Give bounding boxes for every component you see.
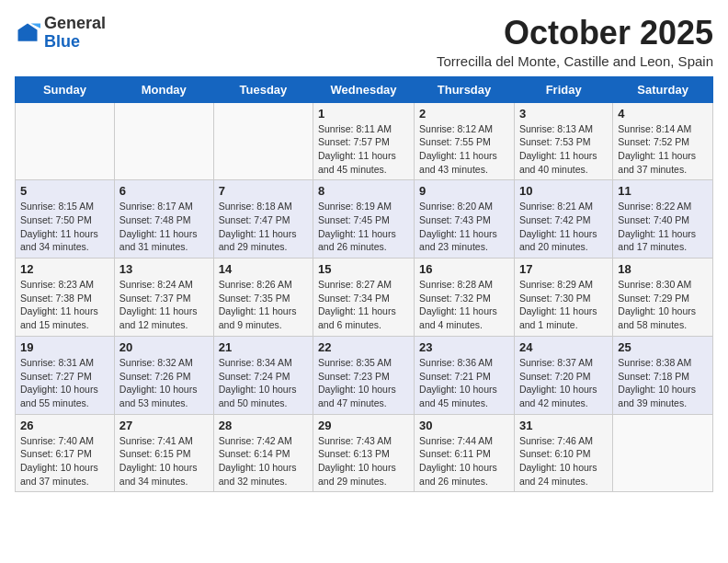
day-number: 1: [318, 107, 409, 121]
weekday-header-friday: Friday: [514, 76, 612, 102]
day-number: 2: [419, 107, 509, 121]
day-number: 9: [419, 184, 509, 198]
calendar-cell: 18Sunrise: 8:30 AM Sunset: 7:29 PM Dayli…: [613, 259, 713, 337]
calendar-cell: [613, 414, 713, 492]
day-number: 25: [618, 340, 708, 354]
day-number: 21: [219, 340, 308, 354]
day-number: 27: [119, 419, 209, 432]
calendar-cell: 31Sunrise: 7:46 AM Sunset: 6:10 PM Dayli…: [514, 414, 612, 492]
day-info: Sunrise: 7:43 AM Sunset: 6:13 PM Dayligh…: [318, 434, 409, 488]
day-number: 18: [618, 262, 708, 276]
calendar-cell: 26Sunrise: 7:40 AM Sunset: 6:17 PM Dayli…: [16, 414, 115, 492]
calendar-cell: 10Sunrise: 8:21 AM Sunset: 7:42 PM Dayli…: [514, 180, 612, 259]
week-row-3: 12Sunrise: 8:23 AM Sunset: 7:38 PM Dayli…: [16, 259, 713, 337]
calendar-cell: 17Sunrise: 8:29 AM Sunset: 7:30 PM Dayli…: [514, 259, 612, 337]
day-info: Sunrise: 7:40 AM Sunset: 6:17 PM Dayligh…: [20, 434, 109, 488]
day-info: Sunrise: 7:46 AM Sunset: 6:10 PM Dayligh…: [519, 434, 608, 488]
day-info: Sunrise: 8:36 AM Sunset: 7:21 PM Dayligh…: [419, 356, 509, 410]
calendar-cell: 1Sunrise: 8:11 AM Sunset: 7:57 PM Daylig…: [313, 102, 415, 180]
day-info: Sunrise: 8:21 AM Sunset: 7:42 PM Dayligh…: [519, 200, 608, 254]
calendar-cell: 16Sunrise: 8:28 AM Sunset: 7:32 PM Dayli…: [415, 259, 515, 337]
calendar-cell: 29Sunrise: 7:43 AM Sunset: 6:13 PM Dayli…: [313, 414, 415, 492]
day-info: Sunrise: 8:14 AM Sunset: 7:52 PM Dayligh…: [618, 122, 708, 177]
day-number: 26: [20, 419, 109, 432]
calendar-cell: 9Sunrise: 8:20 AM Sunset: 7:43 PM Daylig…: [415, 180, 515, 259]
title-block: October 2025 Torrecilla del Monte, Casti…: [437, 15, 713, 69]
day-info: Sunrise: 8:11 AM Sunset: 7:57 PM Dayligh…: [318, 122, 409, 177]
day-number: 7: [219, 184, 308, 198]
calendar-cell: 14Sunrise: 8:26 AM Sunset: 7:35 PM Dayli…: [213, 259, 313, 337]
day-number: 8: [318, 184, 409, 198]
logo: General Blue: [15, 15, 106, 52]
calendar-cell: 23Sunrise: 8:36 AM Sunset: 7:21 PM Dayli…: [415, 336, 515, 414]
day-info: Sunrise: 7:41 AM Sunset: 6:15 PM Dayligh…: [119, 434, 209, 488]
day-info: Sunrise: 8:28 AM Sunset: 7:32 PM Dayligh…: [419, 278, 509, 332]
day-info: Sunrise: 8:12 AM Sunset: 7:55 PM Dayligh…: [419, 122, 509, 177]
day-number: 11: [618, 184, 708, 198]
day-number: 12: [20, 262, 109, 276]
calendar-cell: 20Sunrise: 8:32 AM Sunset: 7:26 PM Dayli…: [114, 336, 213, 414]
day-info: Sunrise: 8:15 AM Sunset: 7:50 PM Dayligh…: [20, 200, 109, 254]
day-info: Sunrise: 7:44 AM Sunset: 6:11 PM Dayligh…: [419, 434, 509, 488]
day-info: Sunrise: 8:23 AM Sunset: 7:38 PM Dayligh…: [20, 278, 109, 332]
page-header: General Blue October 2025 Torrecilla del…: [15, 15, 713, 69]
day-number: 22: [318, 340, 409, 354]
calendar-cell: 28Sunrise: 7:42 AM Sunset: 6:14 PM Dayli…: [213, 414, 313, 492]
day-info: Sunrise: 8:19 AM Sunset: 7:45 PM Dayligh…: [318, 200, 409, 254]
day-number: 3: [519, 107, 608, 121]
weekday-header-sunday: Sunday: [16, 76, 115, 102]
day-number: 23: [419, 340, 509, 354]
week-row-5: 26Sunrise: 7:40 AM Sunset: 6:17 PM Dayli…: [16, 414, 713, 492]
logo-blue-text: Blue: [44, 32, 80, 51]
week-row-2: 5Sunrise: 8:15 AM Sunset: 7:50 PM Daylig…: [16, 180, 713, 259]
calendar-cell: 5Sunrise: 8:15 AM Sunset: 7:50 PM Daylig…: [16, 180, 115, 259]
day-info: Sunrise: 8:22 AM Sunset: 7:40 PM Dayligh…: [618, 200, 708, 254]
location-subtitle: Torrecilla del Monte, Castille and Leon,…: [437, 53, 713, 69]
day-info: Sunrise: 8:13 AM Sunset: 7:53 PM Dayligh…: [519, 122, 608, 177]
day-number: 15: [318, 262, 409, 276]
week-row-1: 1Sunrise: 8:11 AM Sunset: 7:57 PM Daylig…: [16, 102, 713, 180]
day-info: Sunrise: 8:37 AM Sunset: 7:20 PM Dayligh…: [519, 356, 608, 410]
day-info: Sunrise: 8:26 AM Sunset: 7:35 PM Dayligh…: [219, 278, 308, 332]
day-number: 29: [318, 419, 409, 432]
day-info: Sunrise: 7:42 AM Sunset: 6:14 PM Dayligh…: [219, 434, 308, 488]
weekday-header-thursday: Thursday: [415, 76, 515, 102]
day-info: Sunrise: 8:20 AM Sunset: 7:43 PM Dayligh…: [419, 200, 509, 254]
day-number: 10: [519, 184, 608, 198]
day-number: 5: [20, 184, 109, 198]
calendar-cell: 25Sunrise: 8:38 AM Sunset: 7:18 PM Dayli…: [613, 336, 713, 414]
calendar-cell: 22Sunrise: 8:35 AM Sunset: 7:23 PM Dayli…: [313, 336, 415, 414]
day-number: 28: [219, 419, 308, 432]
calendar-cell: [114, 102, 213, 180]
calendar-cell: 4Sunrise: 8:14 AM Sunset: 7:52 PM Daylig…: [613, 102, 713, 180]
day-number: 4: [618, 107, 708, 121]
day-number: 14: [219, 262, 308, 276]
calendar-cell: 3Sunrise: 8:13 AM Sunset: 7:53 PM Daylig…: [514, 102, 612, 180]
day-number: 6: [119, 184, 209, 198]
weekday-header-monday: Monday: [114, 76, 213, 102]
day-info: Sunrise: 8:34 AM Sunset: 7:24 PM Dayligh…: [219, 356, 308, 410]
day-number: 16: [419, 262, 509, 276]
calendar-cell: 15Sunrise: 8:27 AM Sunset: 7:34 PM Dayli…: [313, 259, 415, 337]
day-info: Sunrise: 8:24 AM Sunset: 7:37 PM Dayligh…: [119, 278, 209, 332]
calendar-cell: 12Sunrise: 8:23 AM Sunset: 7:38 PM Dayli…: [16, 259, 115, 337]
day-number: 24: [519, 340, 608, 354]
calendar-cell: 7Sunrise: 8:18 AM Sunset: 7:47 PM Daylig…: [213, 180, 313, 259]
calendar-cell: 19Sunrise: 8:31 AM Sunset: 7:27 PM Dayli…: [16, 336, 115, 414]
day-number: 13: [119, 262, 209, 276]
logo-general-text: General: [44, 14, 106, 32]
day-info: Sunrise: 8:32 AM Sunset: 7:26 PM Dayligh…: [119, 356, 209, 410]
weekday-header-row: SundayMondayTuesdayWednesdayThursdayFrid…: [16, 76, 713, 102]
calendar-cell: 8Sunrise: 8:19 AM Sunset: 7:45 PM Daylig…: [313, 180, 415, 259]
calendar-cell: 24Sunrise: 8:37 AM Sunset: 7:20 PM Dayli…: [514, 336, 612, 414]
day-number: 31: [519, 419, 608, 432]
weekday-header-wednesday: Wednesday: [313, 76, 415, 102]
day-number: 19: [20, 340, 109, 354]
day-number: 17: [519, 262, 608, 276]
week-row-4: 19Sunrise: 8:31 AM Sunset: 7:27 PM Dayli…: [16, 336, 713, 414]
calendar-cell: 21Sunrise: 8:34 AM Sunset: 7:24 PM Dayli…: [213, 336, 313, 414]
calendar-cell: 13Sunrise: 8:24 AM Sunset: 7:37 PM Dayli…: [114, 259, 213, 337]
day-info: Sunrise: 8:30 AM Sunset: 7:29 PM Dayligh…: [618, 278, 708, 332]
svg-marker-0: [18, 23, 38, 40]
calendar-cell: 6Sunrise: 8:17 AM Sunset: 7:48 PM Daylig…: [114, 180, 213, 259]
